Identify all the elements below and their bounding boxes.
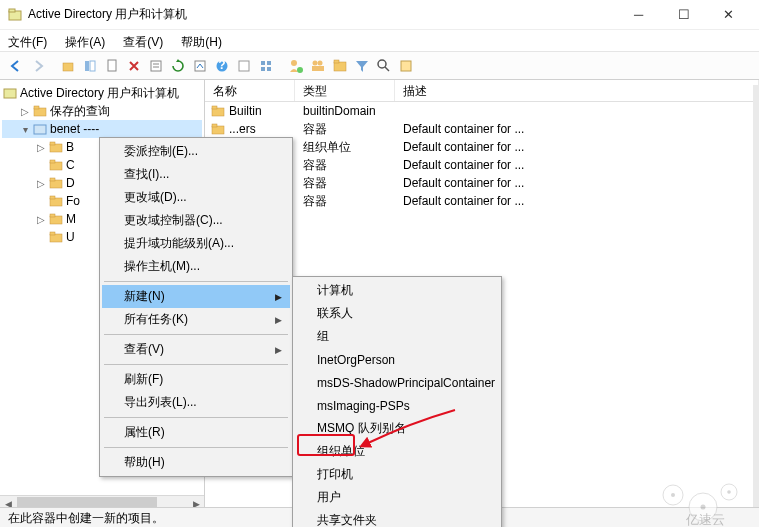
cm-properties[interactable]: 属性(R) bbox=[102, 421, 290, 444]
expand-icon[interactable]: ▷ bbox=[34, 212, 48, 226]
right-scrollbar[interactable] bbox=[753, 85, 759, 507]
cm-refresh[interactable]: 刷新(F) bbox=[102, 368, 290, 391]
col-type[interactable]: 类型 bbox=[295, 80, 395, 101]
svg-point-18 bbox=[297, 67, 303, 73]
table-row[interactable]: BuiltinbuiltinDomain bbox=[205, 102, 759, 120]
cell-type: 容器 bbox=[303, 157, 403, 174]
cm2-contact[interactable]: 联系人 bbox=[295, 302, 499, 325]
svg-rect-23 bbox=[334, 60, 339, 63]
up-icon[interactable] bbox=[58, 56, 78, 76]
menu-separator bbox=[104, 364, 288, 365]
cm2-ou[interactable]: 组织单位 bbox=[295, 440, 499, 463]
svg-rect-26 bbox=[401, 61, 411, 71]
menu-separator bbox=[104, 417, 288, 418]
svg-rect-21 bbox=[312, 66, 324, 71]
svg-rect-2 bbox=[63, 63, 73, 71]
cm-new[interactable]: 新建(N) bbox=[102, 285, 290, 308]
menu-separator bbox=[104, 447, 288, 448]
extra-icon[interactable] bbox=[396, 56, 416, 76]
tree-child-label: C bbox=[66, 158, 75, 172]
col-desc[interactable]: 描述 bbox=[395, 80, 759, 101]
menu-view[interactable]: 查看(V) bbox=[121, 32, 165, 49]
cm-export[interactable]: 导出列表(L)... bbox=[102, 391, 290, 414]
help-icon[interactable]: ? bbox=[212, 56, 232, 76]
svg-rect-5 bbox=[108, 60, 116, 71]
cm-delegate[interactable]: 委派控制(E)... bbox=[102, 140, 290, 163]
tree-child-label: M bbox=[66, 212, 76, 226]
svg-rect-44 bbox=[212, 106, 217, 109]
cm2-user[interactable]: 用户 bbox=[295, 486, 499, 509]
svg-rect-14 bbox=[267, 61, 271, 65]
cm-all-tasks[interactable]: 所有任务(K) bbox=[102, 308, 290, 331]
delete-icon[interactable] bbox=[124, 56, 144, 76]
cm2-msimaging[interactable]: msImaging-PSPs bbox=[295, 394, 499, 417]
new-ou-icon[interactable] bbox=[330, 56, 350, 76]
table-row[interactable]: ...ers容器Default container for ... bbox=[205, 120, 759, 138]
app-icon bbox=[8, 8, 22, 22]
folder-icon bbox=[48, 194, 64, 208]
tree-saved-queries[interactable]: ▷ 保存的查询 bbox=[2, 102, 202, 120]
cm2-printer[interactable]: 打印机 bbox=[295, 463, 499, 486]
tree-saved-label: 保存的查询 bbox=[50, 103, 110, 120]
cell-desc: Default container for ... bbox=[403, 122, 759, 136]
svg-rect-6 bbox=[151, 61, 161, 71]
svg-rect-46 bbox=[212, 124, 217, 127]
cell-desc: Default container for ... bbox=[403, 140, 759, 154]
cell-type: 容器 bbox=[303, 121, 403, 138]
window-controls: ─ ☐ ✕ bbox=[616, 1, 751, 29]
cm2-msmq[interactable]: MSMQ 队列别名 bbox=[295, 417, 499, 440]
menu-action[interactable]: 操作(A) bbox=[63, 32, 107, 49]
collapse-icon[interactable]: ▾ bbox=[18, 122, 32, 136]
back-icon[interactable] bbox=[6, 56, 26, 76]
cm-change-domain[interactable]: 更改域(D)... bbox=[102, 186, 290, 209]
cell-type: builtinDomain bbox=[303, 104, 403, 118]
cm2-msds[interactable]: msDS-ShadowPrincipalContainer bbox=[295, 371, 499, 394]
col-name[interactable]: 名称 bbox=[205, 80, 295, 101]
expand-icon[interactable]: ▷ bbox=[34, 140, 48, 154]
folder-icon bbox=[48, 158, 64, 172]
tree-root[interactable]: Active Directory 用户和计算机 bbox=[2, 84, 202, 102]
properties-icon[interactable] bbox=[146, 56, 166, 76]
svg-rect-3 bbox=[85, 61, 89, 71]
cell-name: ...ers bbox=[211, 122, 303, 136]
context-menu-new: 计算机 联系人 组 InetOrgPerson msDS-ShadowPrinc… bbox=[292, 276, 502, 527]
tree-child-label: D bbox=[66, 176, 75, 190]
menu-file[interactable]: 文件(F) bbox=[6, 32, 49, 49]
svg-rect-9 bbox=[195, 61, 205, 71]
find-icon[interactable] bbox=[374, 56, 394, 76]
maximize-button[interactable]: ☐ bbox=[661, 1, 706, 29]
folder-icon bbox=[48, 230, 64, 244]
title-bar: Active Directory 用户和计算机 ─ ☐ ✕ bbox=[0, 0, 759, 30]
tree-child-label: U bbox=[66, 230, 75, 244]
cm-view[interactable]: 查看(V) bbox=[102, 338, 290, 361]
svg-rect-30 bbox=[34, 125, 46, 134]
cm-ops-master[interactable]: 操作主机(M)... bbox=[102, 255, 290, 278]
cm2-computer[interactable]: 计算机 bbox=[295, 279, 499, 302]
cm2-inetorg[interactable]: InetOrgPerson bbox=[295, 348, 499, 371]
cell-type: 组织单位 bbox=[303, 139, 403, 156]
cm-help[interactable]: 帮助(H) bbox=[102, 451, 290, 474]
cm2-group[interactable]: 组 bbox=[295, 325, 499, 348]
view1-icon[interactable] bbox=[234, 56, 254, 76]
menu-help[interactable]: 帮助(H) bbox=[179, 32, 224, 49]
close-button[interactable]: ✕ bbox=[706, 1, 751, 29]
cut-icon[interactable] bbox=[102, 56, 122, 76]
svg-rect-32 bbox=[50, 142, 55, 145]
cm-find[interactable]: 查找(I)... bbox=[102, 163, 290, 186]
refresh-icon[interactable] bbox=[168, 56, 188, 76]
cm2-shared[interactable]: 共享文件夹 bbox=[295, 509, 499, 527]
forward-icon[interactable] bbox=[28, 56, 48, 76]
show-hide-icon[interactable] bbox=[80, 56, 100, 76]
svg-rect-12 bbox=[239, 61, 249, 71]
new-group-icon[interactable] bbox=[308, 56, 328, 76]
new-user-icon[interactable] bbox=[286, 56, 306, 76]
expand-icon[interactable]: ▷ bbox=[18, 104, 32, 118]
cm-change-dc[interactable]: 更改域控制器(C)... bbox=[102, 209, 290, 232]
minimize-button[interactable]: ─ bbox=[616, 1, 661, 29]
tree-domain[interactable]: ▾ benet ---- bbox=[2, 120, 202, 138]
view2-icon[interactable] bbox=[256, 56, 276, 76]
expand-icon[interactable]: ▷ bbox=[34, 176, 48, 190]
filter-icon[interactable] bbox=[352, 56, 372, 76]
export-icon[interactable] bbox=[190, 56, 210, 76]
cm-raise[interactable]: 提升域功能级别(A)... bbox=[102, 232, 290, 255]
